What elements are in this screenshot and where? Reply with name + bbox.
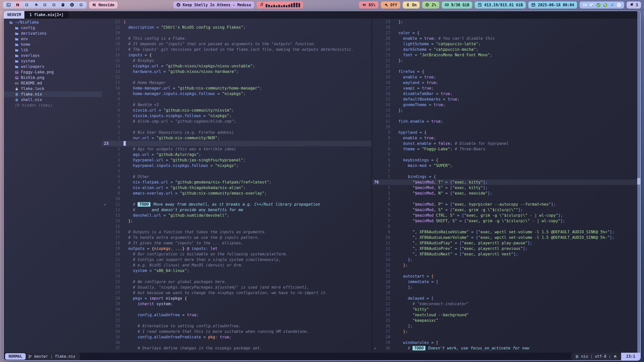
code-line[interactable]: 10 home-manager.url = "github:nix-commun… [102, 85, 372, 91]
tree-item-config[interactable]: config [4, 25, 102, 31]
code-line[interactable]: 20 [102, 30, 372, 36]
code-line[interactable]: 7 nix-flatpak.url = "github:gmodena/nix-… [102, 179, 372, 185]
code-line[interactable]: 5 "$mainMod, S" = ["exec, grim -g \"$(sl… [372, 207, 640, 213]
code-line[interactable]: 6 "$mainMod CTRL, S" = ["exec, grim -g \… [372, 213, 640, 218]
tree-item-overlays[interactable]: overlays [4, 53, 102, 58]
code-line[interactable]: 14 }; [372, 257, 640, 262]
tree-item--nixflake[interactable]: ~/NixFlake [4, 20, 102, 25]
code-line[interactable]: 1 nur.url = "github:nix-community/NUR"; [102, 135, 372, 141]
code-line[interactable]: 13 ", XF86AudioNext" = ["exec, playerctl… [372, 251, 640, 257]
code-line[interactable]: 26 # Usually, "nixpkgs.legacyPackages.${… [102, 285, 372, 290]
workspace-chip[interactable] [41, 2, 49, 8]
code-line[interactable]: 5 nixvim.inputs.nixpkgs.follows = "nixpk… [102, 113, 372, 119]
code-line[interactable]: 22 }; [372, 58, 640, 63]
code-line[interactable]: 8 nix-alien.url = "github:thiagokokada/n… [102, 185, 372, 191]
code-line[interactable]: 34 # I read somewhere that this is more … [102, 329, 372, 334]
code-line[interactable]: 7 # NeoVim <3 [102, 102, 372, 108]
code-line[interactable]: 17 vaapi = true; [372, 85, 640, 91]
code-line[interactable]: 6 theme = "Foggy-Lake"; # Three-Bears [372, 146, 640, 152]
code-line[interactable]: 1 "$mainMod, E" = ["exec, kitty"]; [372, 185, 640, 191]
code-line[interactable]: 16 # Outputs is a function that takes th… [102, 229, 372, 235]
code-line[interactable]: 16 [372, 268, 640, 274]
code-line[interactable]: 8 [372, 224, 640, 229]
code-line[interactable]: 26 ]; [372, 323, 640, 329]
code-line[interactable]: 27 # but because we want to change the n… [102, 290, 372, 296]
tree-item-shell-nix[interactable]: shell.nix [4, 97, 102, 103]
tree-item-readme-md[interactable]: README.md [4, 80, 102, 86]
code-line[interactable]: 19 outputs = {nixpkgs, ...} @ inputs: le… [102, 246, 372, 251]
code-line[interactable]: 27 color = { [372, 30, 640, 36]
code-line[interactable]: 17 # To handle extra arguments we use th… [102, 235, 372, 240]
workspace-chip[interactable] [68, 2, 76, 8]
code-line[interactable]: 32 [102, 318, 372, 323]
code-line[interactable]: 12 # and doesn't provide any benefits fo… [102, 207, 372, 213]
code-pane-left[interactable]: 22{21 description = "ChUrl's NixOS confi… [102, 19, 372, 353]
code-line[interactable]: 27 }; [372, 329, 640, 334]
code-line[interactable]: 22 # e.g. NixOS (linux) and MacOS (darwi… [102, 262, 372, 268]
code-line[interactable]: 9 emacs-overlay.url = "github:nix-commun… [102, 191, 372, 196]
code-line[interactable]: 14 nixpkgs.url = "github:nixos/nixpkgs/n… [102, 63, 372, 69]
code-line[interactable]: 17 # The inputs' git revisions get locke… [102, 47, 372, 52]
tree-item-lib[interactable]: lib [4, 47, 102, 53]
code-line[interactable]: 16 disableTabBar = true; [372, 91, 640, 97]
workspace-chip[interactable] [23, 2, 31, 8]
code-line[interactable]: 21 # Configs can support more than a sin… [102, 257, 372, 262]
tree-item-home[interactable]: home [4, 42, 102, 47]
code-line[interactable]: 21 description = "ChUrl's NixOS config u… [102, 25, 372, 30]
code-line[interactable]: 76 "$mainMod, T" = ["exec, kitty"]; [372, 179, 640, 185]
code-line[interactable]: 3 [102, 124, 372, 130]
code-line[interactable]: 11 ", XF86AudioPlay" = ["exec, playerctl… [372, 240, 640, 246]
workspace-chip[interactable] [5, 2, 13, 8]
code-line[interactable]: 13 hardware.url = "github:nixos/nixos-ha… [102, 69, 372, 74]
file-tree[interactable]: ~/NixFlakeconfigderivationsenvhomelibove… [4, 19, 102, 353]
code-line[interactable]: 12 [102, 74, 372, 80]
tree-item-wallpapers[interactable]: wallpapers [4, 64, 102, 69]
code-line[interactable]: 18 immediate = [ [372, 279, 640, 285]
workspace-chip[interactable] [50, 2, 58, 8]
code-line[interactable]: 33 # Alternative to setting config.allow… [102, 323, 372, 329]
code-line[interactable]: 14 }; [102, 218, 372, 224]
code-line[interactable]: 30 [102, 307, 372, 312]
code-line[interactable]: 2 ags.url = "github:Aylur/ags"; [102, 152, 372, 157]
code-line[interactable]: 15 defaultBookmarks = true; [372, 97, 640, 102]
code-line[interactable]: 22{ [102, 19, 372, 25]
tree-item--9-hidden-items-[interactable]: (9 hidden items) [4, 103, 102, 108]
code-line[interactable]: 10 [102, 196, 372, 202]
workspace-chip[interactable] [59, 2, 67, 8]
media-pill[interactable]: Keep Shelly In Athens - Medusa [173, 2, 254, 9]
workspace-chip[interactable] [32, 2, 40, 8]
code-line[interactable]: 12 ", XF86AudioPrev" = ["exec, playerctl… [372, 246, 640, 251]
code-line[interactable]: 13 devshell.url = "github:numtide/devshe… [102, 213, 372, 218]
code-line[interactable]: 2 [372, 168, 640, 174]
code-line[interactable]: 23 font = "JetBrainsMono Nerd Font Mono"… [372, 52, 640, 58]
code-line[interactable]: 1 bindings = { [372, 174, 640, 179]
scrollbar[interactable] [637, 11, 640, 353]
code-line[interactable]: 4 "$mainMod, P" = ["exec, hyprpicker --a… [372, 202, 640, 207]
code-line[interactable]: 16 inputs = { [102, 52, 372, 58]
tree-item-flake-lock[interactable]: flake.lock [4, 86, 102, 92]
tree-item-nixvim-png[interactable]: NixVim.png [4, 75, 102, 80]
screenshare-icon[interactable] [589, 3, 594, 7]
code-line[interactable]: 8 enable = true; [372, 135, 640, 141]
code-line[interactable]: 36 [102, 340, 372, 345]
code-line[interactable]: 25 "keepassxc" [372, 318, 640, 323]
tab-explorer[interactable]: NEOVIM [4, 11, 24, 19]
code-line[interactable]: 3 main-mod = "SUPER"; [372, 163, 640, 168]
code-line[interactable]: ✓30 # TODO Doesn't work, use focus_on_ac… [372, 345, 640, 351]
code-line[interactable]: 2 # Nix User Repository (e.g. Firefox ad… [102, 130, 372, 135]
tree-item-env[interactable]: env [4, 36, 102, 42]
code-line[interactable]: 3 [372, 196, 640, 202]
code-line[interactable]: 15 # Nixpkgs [102, 58, 372, 63]
code-line[interactable]: 9 home-manager.inputs.nixpkgs.follows = … [102, 91, 372, 97]
code-line[interactable]: 20 firefox = { [372, 69, 640, 74]
code-line[interactable]: 9 ", XF86AudioRaiseVolume" = ["exec, wpc… [372, 229, 640, 235]
tab-buffer[interactable]: 1 flake.nix[2+] [24, 11, 68, 19]
code-line[interactable]: 23 "kitty" [372, 307, 640, 312]
check-circle-icon[interactable] [596, 3, 601, 7]
code-line[interactable]: 15 }; [372, 262, 640, 268]
notifications-pill[interactable]: 3 [627, 2, 641, 9]
code-line[interactable]: 5 [372, 152, 640, 157]
code-line[interactable]: 17 autostart = { [372, 274, 640, 279]
code-line[interactable]: 28 [372, 334, 640, 340]
code-line[interactable]: 18 wayland = true; [372, 80, 640, 85]
